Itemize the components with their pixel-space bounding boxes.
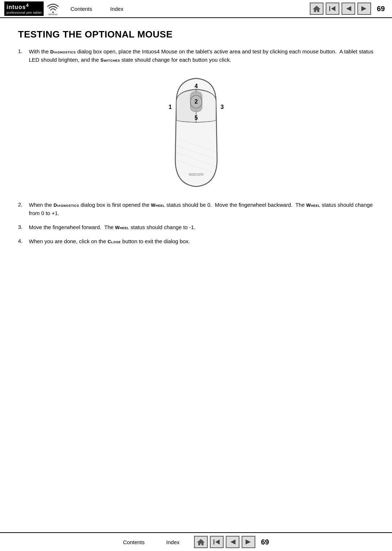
step-2-keyword-wheel2: Wheel bbox=[306, 202, 320, 208]
next-page-button-bottom[interactable] bbox=[242, 536, 255, 548]
step-1-num: 1. bbox=[18, 47, 29, 64]
prev-page-button-top[interactable] bbox=[342, 3, 355, 15]
nav-controls-top: 69 bbox=[310, 3, 388, 15]
page-number-bottom: 69 bbox=[261, 538, 269, 546]
main-content: TESTING THE OPTIONAL MOUSE 1. With the D… bbox=[0, 18, 392, 259]
home-button-bottom[interactable] bbox=[194, 536, 208, 548]
home-icon bbox=[313, 5, 321, 12]
svg-text:wireless: wireless bbox=[48, 13, 58, 15]
step-4-keyword-close: Close bbox=[107, 239, 120, 244]
first-page-icon-bottom bbox=[213, 539, 220, 545]
mouse-label-3: 3 bbox=[220, 104, 224, 110]
svg-marker-5 bbox=[331, 6, 335, 11]
intuos-logo: intuos4 professional pen tablet bbox=[4, 1, 44, 16]
step-2-keyword-diagnostics: Diagnostics bbox=[53, 202, 79, 208]
svg-marker-7 bbox=[361, 6, 366, 11]
next-page-icon-bottom bbox=[245, 539, 252, 545]
step-2-text: When the Diagnostics dialog box is first… bbox=[29, 201, 374, 218]
home-button-top[interactable] bbox=[310, 3, 323, 15]
step-4-text: When you are done, click on the Close bu… bbox=[29, 237, 190, 245]
mouse-diagram-svg: wacom 4 1 2 3 bbox=[157, 73, 236, 192]
step-3-num: 3. bbox=[18, 223, 29, 231]
nav-links: Contents Index bbox=[70, 6, 310, 12]
step-3-text: Move the fingerwheel forward. The Wheel … bbox=[29, 223, 195, 231]
step-3: 3. Move the fingerwheel forward. The Whe… bbox=[18, 223, 374, 231]
index-link-bottom[interactable]: Index bbox=[166, 539, 180, 545]
mouse-label-4: 4 bbox=[194, 83, 198, 89]
steps-list-2: 2. When the Diagnostics dialog box is fi… bbox=[18, 201, 374, 246]
svg-marker-19 bbox=[246, 539, 251, 545]
svg-marker-17 bbox=[215, 539, 220, 545]
prev-page-icon-bottom bbox=[229, 539, 236, 545]
step-2-keyword-wheel1: Wheel bbox=[151, 202, 165, 208]
step-2-num: 2. bbox=[18, 201, 29, 218]
first-page-icon bbox=[329, 5, 336, 12]
svg-marker-15 bbox=[197, 539, 204, 545]
mouse-diagram: wacom 4 1 2 3 bbox=[18, 73, 374, 192]
step-1-text: With the Diagnostics dialog box open, pl… bbox=[29, 47, 374, 64]
top-navigation: intuos4 professional pen tablet wireless… bbox=[0, 0, 392, 18]
bottom-nav-links: Contents Index bbox=[123, 539, 180, 545]
logo-area: intuos4 professional pen tablet wireless bbox=[4, 1, 60, 16]
step-1-keyword-switches: Switches bbox=[100, 57, 120, 63]
svg-marker-18 bbox=[230, 539, 235, 545]
prev-page-button-bottom[interactable] bbox=[226, 536, 239, 548]
index-link-top[interactable]: Index bbox=[110, 6, 124, 12]
bottom-nav-area: Contents Index bbox=[0, 532, 392, 551]
page-number-top: 69 bbox=[377, 5, 388, 13]
wacom-logo-text: wacom bbox=[189, 171, 203, 177]
mouse-label-1: 1 bbox=[168, 104, 172, 110]
next-page-button-top[interactable] bbox=[357, 3, 371, 15]
step-3-keyword-wheel: Wheel bbox=[115, 225, 129, 230]
home-icon-bottom bbox=[197, 538, 205, 546]
contents-link-top[interactable]: Contents bbox=[70, 6, 92, 12]
first-page-button-bottom[interactable] bbox=[210, 536, 224, 548]
mouse-label-5: 5 bbox=[194, 115, 198, 121]
svg-rect-16 bbox=[213, 539, 215, 545]
svg-rect-4 bbox=[329, 6, 330, 11]
prev-page-icon bbox=[345, 5, 352, 12]
next-page-icon bbox=[361, 5, 368, 12]
page-title: TESTING THE OPTIONAL MOUSE bbox=[18, 29, 374, 40]
step-1-keyword-diagnostics: Diagnostics bbox=[50, 49, 76, 54]
step-4: 4. When you are done, click on the Close… bbox=[18, 237, 374, 245]
step-2: 2. When the Diagnostics dialog box is fi… bbox=[18, 201, 374, 218]
step-4-num: 4. bbox=[18, 237, 29, 245]
svg-marker-6 bbox=[346, 6, 351, 11]
contents-link-bottom[interactable]: Contents bbox=[123, 539, 145, 545]
bottom-navigation: Contents Index bbox=[0, 532, 392, 551]
wireless-icon: wireless bbox=[47, 2, 60, 15]
bottom-nav-controls: 69 bbox=[194, 536, 269, 548]
first-page-button-top[interactable] bbox=[326, 3, 339, 15]
step-1: 1. With the Diagnostics dialog box open,… bbox=[18, 47, 374, 64]
steps-list: 1. With the Diagnostics dialog box open,… bbox=[18, 47, 374, 64]
svg-marker-3 bbox=[313, 6, 320, 12]
mouse-label-2: 2 bbox=[194, 99, 198, 105]
